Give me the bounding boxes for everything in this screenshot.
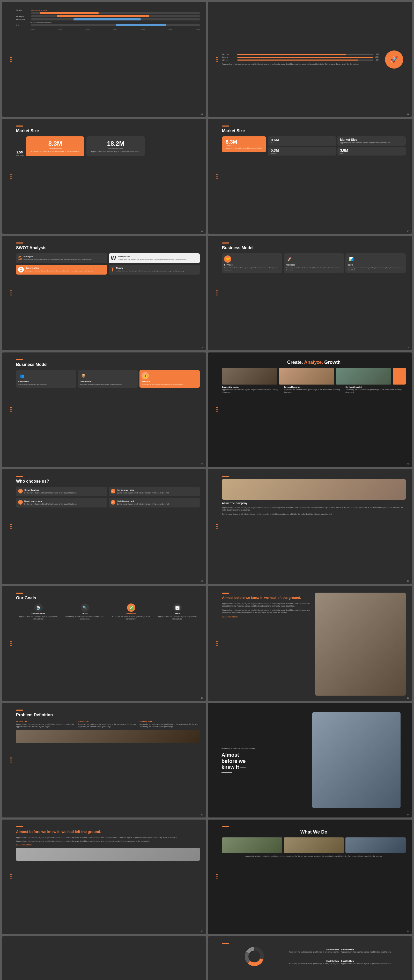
accent-bar-11	[16, 593, 23, 593]
gantt-row-design-label: Design	[16, 9, 30, 11]
bm-icon-revenue: 💰	[142, 372, 149, 379]
slide-num-14: 14	[407, 813, 409, 816]
problem-col-1: Problem One Apparently we had reached a …	[16, 721, 76, 728]
cag-title-analyze: Analyze.	[304, 360, 324, 365]
goal-desc-satisfaction: Apparently we had reached a great height…	[109, 615, 153, 620]
goal-label-values: Values	[62, 613, 107, 615]
slide-swot: SWOT Analysis S Strengths Looking down i…	[2, 236, 206, 350]
market-china-label: China	[271, 142, 334, 144]
accent-bar-16	[222, 826, 229, 827]
gantt-prod-note: 147, 547, 5 production customer size	[30, 21, 200, 23]
bm-cell-costs: 📊 Costs Apparently we had reached a grea…	[346, 253, 406, 273]
bm-distribution-desc: Apparently we had reached a great height…	[80, 383, 136, 386]
swot-s-desc: Looking down into the dark gulf below, I…	[24, 259, 92, 261]
bm-services-label: Services	[224, 264, 280, 266]
bm-icon-distribution: 📦	[80, 372, 87, 379]
slide-about-company: About The Company Apparently we had reac…	[208, 469, 412, 584]
subtitle-bl-desc: Apparently we had reached a great height…	[289, 962, 339, 965]
almost-ground-image	[315, 593, 406, 695]
wcu-clean-desc: By the name illusion which lifts the hor…	[24, 492, 76, 494]
market-target-num: 2.5M	[16, 151, 24, 154]
goal-icon-result: 📈	[174, 603, 182, 612]
progress-label-values: Values	[222, 59, 236, 61]
almost-ground-author: CEO, Henry Morgan	[222, 616, 312, 618]
slide-num-1: 01	[201, 113, 203, 115]
about-company-desc2: By the name illusion which lifts the hor…	[222, 513, 406, 515]
accent-bar-5	[16, 242, 23, 243]
slide-num-12: 12	[407, 697, 409, 699]
accent-bar-3	[16, 126, 23, 127]
almost-ground-desc2: Apparently we had reached a great height…	[222, 609, 312, 614]
bm-products-desc: Apparently we had reached a great height…	[286, 267, 342, 271]
market-serviceable-desc: Apparently we had reached a great height…	[30, 150, 80, 153]
problem-3-label: Problem Three	[140, 721, 200, 722]
problem-1-label: Problem One	[16, 721, 76, 722]
almost-ground-title: Almost before we knew it, we had left th…	[222, 596, 312, 600]
goal-cell-values: 🔍 Values Apparently we had reached a gre…	[62, 603, 107, 620]
cag-orange-block	[393, 368, 406, 385]
wcu-direct-label: Direct conversion	[24, 500, 76, 502]
wcu-google-label: High Google rank	[117, 500, 169, 502]
accent-bar-18	[222, 943, 229, 944]
bm-icon-services: 🤝	[224, 255, 231, 262]
market-serviceable-label: Serviceable market	[30, 148, 80, 149]
market-total-desc: Apparently we had reached a great height…	[91, 150, 140, 153]
goal-icon-values: 🔍	[81, 603, 89, 612]
slide-num-7: 07	[201, 463, 203, 466]
bm-revenue-desc: Apparently we had reached a great height…	[142, 383, 198, 386]
wwd-img-2	[284, 837, 344, 853]
problem-2-desc: Apparently we had reached a great height…	[78, 723, 138, 728]
about-company-image	[222, 479, 406, 500]
slide-title-who-choose: Who choose us?	[16, 479, 200, 484]
market-serviceable-num: 8.3M	[30, 140, 80, 147]
donut-chart	[244, 946, 265, 967]
slide-title-market-left: Market Size	[16, 129, 200, 133]
gantt-bar-design	[31, 12, 200, 14]
slide-market-right: Market Size 8.3M Europe Apparently we ha…	[208, 119, 412, 234]
subtitle-tl-desc: Apparently we had reached a great height…	[289, 951, 339, 953]
swot-t-label: Threats	[116, 267, 184, 269]
wcu-bounce-label: low bounce rates	[117, 489, 169, 491]
swot-cell-o: O Opportunities Looking down into the da…	[16, 265, 107, 275]
slide-who-choose: Who choose us? ✓ Clean Services By the n…	[2, 469, 206, 584]
slide-title-bm-right: Business Model	[222, 246, 406, 250]
subtitle-box-bl: Subtitle Here Apparently we had reached …	[289, 960, 339, 965]
swot-w-desc: Looking down into the dark gulf below, I…	[118, 259, 186, 261]
tick-3: 3 Week	[85, 29, 90, 30]
accent-bar-12	[222, 593, 229, 593]
wcu-cell-google: ✓ High Google rank By the name illusion …	[109, 498, 200, 508]
goal-cell-satisfaction: ✅ Satisfaction Apparently we had reached…	[109, 603, 153, 620]
almost-ground-desc: Apparently we had reached a great height…	[222, 602, 312, 607]
wcu-check-direct: ✓	[18, 500, 23, 504]
market-ms-label: Market Size	[340, 138, 403, 142]
problem-col-3: Problem Three Apparently we had reached …	[140, 721, 200, 728]
slide-bm-left: Business Model 👥 Customers By the name i…	[2, 352, 206, 467]
wcu-check-google: ✓	[111, 500, 115, 504]
slide-what-we-do: What We Do Apparently we had reached a g…	[208, 819, 412, 934]
progress-label-income: Income	[222, 56, 236, 58]
cag-title: Create. Analyze. Growth	[222, 360, 406, 365]
progress-val-values: 89%	[374, 59, 379, 61]
accent-bar-4	[222, 126, 229, 127]
cag-img-1	[222, 368, 277, 385]
progress-val-interests: 80%	[374, 53, 379, 55]
slide-num-3: 03	[201, 229, 203, 232]
subtitle-box-tr: Subtitle Here Apparently we had reached …	[341, 948, 406, 953]
about-company-desc1: Apparently we had reached a great height…	[222, 506, 406, 511]
slide-almost-orange-text: Almost before we knew it, we had left th…	[2, 819, 206, 934]
slides-grid: Design Documentation, Design Prototype	[0, 0, 414, 980]
gantt-bar-prod	[31, 18, 200, 21]
wwd-img-1	[222, 837, 282, 853]
swot-t-desc: Looking down into the dark gulf below, I…	[116, 270, 184, 272]
problem-col-2: Problem Two Apparently we had reached a …	[78, 721, 138, 728]
almost-orange-image	[16, 848, 200, 861]
almost-orange-author: CEO, Henry Morgan	[16, 844, 200, 846]
swot-letter-o: O	[18, 267, 24, 272]
cag-cap1-desc: Apparently we had reached a great height…	[222, 388, 282, 394]
goal-desc-communication: Apparently we had reached a great height…	[16, 615, 61, 620]
accent-bar-13	[16, 710, 23, 711]
subtitle-tl-label: Subtitle Here	[289, 948, 339, 951]
swot-o-label: Opportunities	[25, 267, 94, 269]
slide-title-bm-left: Business Model	[16, 362, 200, 367]
cag-cap2-title: Serviceable market	[284, 386, 344, 388]
